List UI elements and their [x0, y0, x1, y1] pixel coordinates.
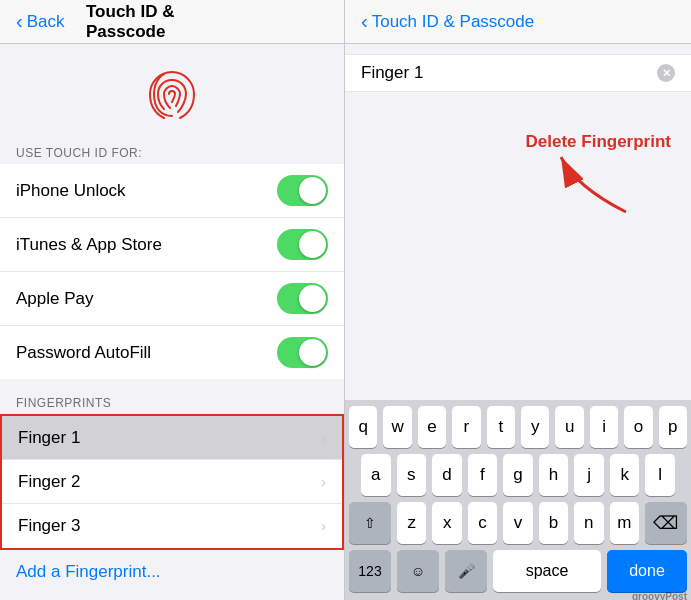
key-v[interactable]: v — [503, 502, 532, 544]
clear-input-button[interactable]: ✕ — [657, 64, 675, 82]
mic-key[interactable]: 🎤 — [445, 550, 487, 592]
delete-arrow-icon — [546, 147, 636, 217]
key-h[interactable]: h — [539, 454, 569, 496]
keyboard-row-1: q w e r t y u i o p — [345, 400, 691, 448]
left-nav-bar: ‹ Back Touch ID & Passcode — [0, 0, 344, 44]
key-o[interactable]: o — [624, 406, 652, 448]
finger1-chevron-icon: › — [321, 430, 326, 446]
add-fingerprint-area[interactable]: Add a Fingerprint... — [0, 550, 344, 594]
key-t[interactable]: t — [487, 406, 515, 448]
fingerprints-group: Finger 1 › Finger 2 › Finger 3 › — [0, 414, 344, 550]
fingerprint-icon-area — [0, 44, 344, 140]
apple-pay-label: Apple Pay — [16, 289, 94, 309]
key-r[interactable]: r — [452, 406, 480, 448]
finger3-item[interactable]: Finger 3 › — [2, 504, 342, 548]
right-back-button[interactable]: ‹ Touch ID & Passcode — [361, 10, 534, 33]
key-k[interactable]: k — [610, 454, 640, 496]
key-e[interactable]: e — [418, 406, 446, 448]
back-chevron-icon: ‹ — [16, 10, 23, 33]
itunes-app-store-item: iTunes & App Store — [0, 218, 344, 272]
delete-fingerprint-area: Delete Fingerprint — [345, 92, 691, 400]
finger-name-input-container: ✕ — [345, 54, 691, 92]
key-w[interactable]: w — [383, 406, 411, 448]
key-m[interactable]: m — [610, 502, 639, 544]
fingerprints-section-header: FINGERPRINTS — [16, 396, 111, 410]
watermark: groovyPost — [632, 591, 687, 600]
itunes-app-store-label: iTunes & App Store — [16, 235, 162, 255]
key-i[interactable]: i — [590, 406, 618, 448]
num-key[interactable]: 123 — [349, 550, 391, 592]
key-z[interactable]: z — [397, 502, 426, 544]
num-key-label: 123 — [358, 563, 381, 579]
back-label: Back — [27, 12, 65, 32]
key-n[interactable]: n — [574, 502, 603, 544]
clear-x-icon: ✕ — [662, 67, 671, 80]
key-f[interactable]: f — [468, 454, 498, 496]
key-l[interactable]: l — [645, 454, 675, 496]
finger-name-input[interactable] — [361, 63, 657, 83]
shift-key[interactable]: ⇧ — [349, 502, 391, 544]
key-c[interactable]: c — [468, 502, 497, 544]
right-back-chevron-icon: ‹ — [361, 10, 368, 33]
add-fingerprint-label: Add a Fingerprint... — [16, 562, 161, 582]
right-nav-bar: ‹ Touch ID & Passcode — [345, 0, 691, 44]
delete-key[interactable]: ⌫ — [645, 502, 687, 544]
finger3-label: Finger 3 — [18, 516, 80, 536]
iphone-unlock-toggle[interactable] — [277, 175, 328, 206]
password-autofill-item: Password AutoFill — [0, 326, 344, 379]
key-u[interactable]: u — [555, 406, 583, 448]
key-b[interactable]: b — [539, 502, 568, 544]
keyboard: q w e r t y u i o p a s d f g h j k l ⇧ … — [345, 400, 691, 600]
right-panel: ‹ Touch ID & Passcode ✕ Delete Fingerpri… — [345, 0, 691, 600]
key-q[interactable]: q — [349, 406, 377, 448]
iphone-unlock-label: iPhone Unlock — [16, 181, 126, 201]
key-x[interactable]: x — [432, 502, 461, 544]
key-d[interactable]: d — [432, 454, 462, 496]
key-y[interactable]: y — [521, 406, 549, 448]
left-panel: ‹ Back Touch ID & Passcode USE TOUCH ID … — [0, 0, 345, 600]
finger1-label: Finger 1 — [18, 428, 80, 448]
fingerprint-icon — [142, 64, 202, 124]
apple-pay-item: Apple Pay — [0, 272, 344, 326]
apple-pay-toggle[interactable] — [277, 283, 328, 314]
right-back-label: Touch ID & Passcode — [372, 12, 535, 32]
keyboard-row-3: ⇧ z x c v b n m ⌫ — [345, 496, 691, 544]
use-touch-id-section-header: USE TOUCH ID FOR: — [0, 140, 344, 164]
iphone-unlock-item: iPhone Unlock — [0, 164, 344, 218]
password-autofill-toggle[interactable] — [277, 337, 328, 368]
finger1-item[interactable]: Finger 1 › — [2, 416, 342, 460]
page-title: Touch ID & Passcode — [86, 2, 258, 42]
key-a[interactable]: a — [361, 454, 391, 496]
keyboard-row-2: a s d f g h j k l — [345, 448, 691, 496]
finger2-label: Finger 2 — [18, 472, 80, 492]
key-j[interactable]: j — [574, 454, 604, 496]
back-button[interactable]: ‹ Back — [16, 10, 64, 33]
finger3-chevron-icon: › — [321, 518, 326, 534]
space-key-label: space — [526, 562, 569, 580]
done-key-label: done — [629, 562, 665, 580]
fingerprints-section-divider: FINGERPRINTS — [0, 379, 344, 414]
key-s[interactable]: s — [397, 454, 427, 496]
emoji-key[interactable]: ☺ — [397, 550, 439, 592]
space-key[interactable]: space — [493, 550, 601, 592]
touch-id-settings-group: iPhone Unlock iTunes & App Store Apple P… — [0, 164, 344, 379]
finger2-item[interactable]: Finger 2 › — [2, 460, 342, 504]
password-autofill-label: Password AutoFill — [16, 343, 151, 363]
itunes-app-store-toggle[interactable] — [277, 229, 328, 260]
key-g[interactable]: g — [503, 454, 533, 496]
key-p[interactable]: p — [659, 406, 687, 448]
finger2-chevron-icon: › — [321, 474, 326, 490]
done-key[interactable]: done — [607, 550, 687, 592]
